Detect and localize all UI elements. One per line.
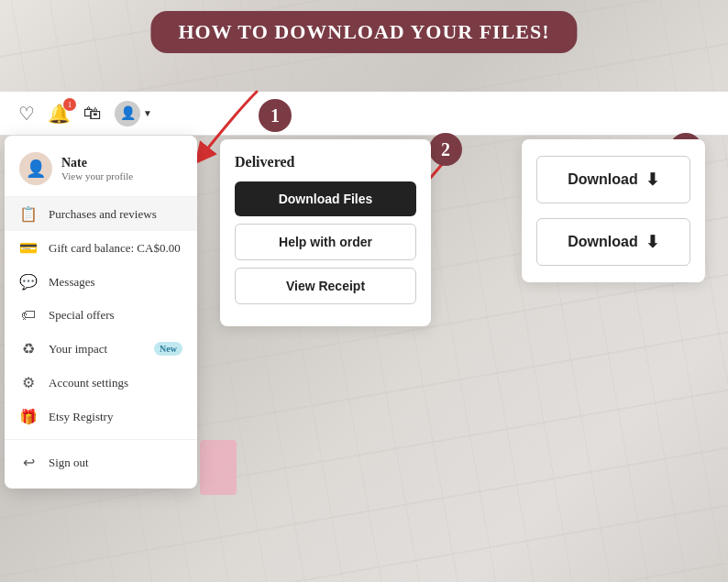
menu-item-settings[interactable]: ⚙ Account settings	[5, 366, 197, 400]
dropdown-chevron: ▼	[143, 108, 152, 118]
purchases-icon: 📋	[19, 205, 38, 223]
offers-icon: 🏷	[19, 307, 38, 324]
title-banner: How to download your files!	[150, 11, 577, 53]
profile-icon[interactable]: 👤 ▼	[115, 101, 152, 126]
download-panel: Download ⬇ Download ⬇	[522, 139, 705, 282]
menu-divider	[5, 439, 197, 440]
new-badge: New	[154, 342, 182, 356]
menu-label-registry: Etsy Registry	[49, 410, 182, 424]
menu-user-section: 👤 Nate View your profile	[5, 145, 197, 197]
bag-icon[interactable]: 🛍	[83, 103, 102, 124]
settings-icon: ⚙	[19, 374, 38, 391]
dropdown-menu: 👤 Nate View your profile 📋 Purchases and…	[5, 136, 197, 489]
menu-item-purchases[interactable]: 📋 Purchases and reviews	[5, 197, 197, 231]
giftcard-icon: 💳	[19, 239, 38, 257]
impact-icon: ♻	[19, 340, 38, 357]
menu-label-messages: Messages	[49, 275, 182, 290]
menu-label-giftcard: Gift card balance: CA$0.00	[49, 241, 182, 256]
pink-decoration	[200, 440, 237, 495]
menu-label-signout: Sign out	[49, 456, 182, 470]
menu-item-messages[interactable]: 💬 Messages	[5, 265, 197, 299]
nav-icons: ♡ 🔔 1 🛍 👤 ▼	[18, 101, 152, 126]
menu-label-impact: Your impact	[49, 342, 143, 357]
menu-subtext: View your profile	[61, 170, 133, 181]
menu-username: Nate	[61, 156, 133, 170]
menu-item-offers[interactable]: 🏷 Special offers	[5, 299, 197, 332]
menu-item-signout[interactable]: ↩ Sign out	[5, 445, 197, 479]
view-receipt-button[interactable]: View Receipt	[235, 268, 416, 304]
step-1-circle: 1	[259, 99, 292, 132]
menu-user-text: Nate View your profile	[61, 156, 133, 181]
order-card: Delivered Download Files Help with order…	[220, 139, 431, 326]
order-status: Delivered	[235, 154, 416, 170]
help-with-order-button[interactable]: Help with order	[235, 224, 416, 260]
avatar: 👤	[115, 101, 140, 126]
nav-bar: ♡ 🔔 1 🛍 👤 ▼	[0, 92, 728, 136]
menu-item-registry[interactable]: 🎁 Etsy Registry	[5, 400, 197, 434]
page-title: How to download your files!	[178, 20, 549, 43]
menu-avatar: 👤	[19, 152, 52, 185]
download-label-2: Download	[568, 234, 637, 250]
notification-badge: 1	[63, 98, 76, 111]
registry-icon: 🎁	[19, 408, 38, 425]
menu-item-impact[interactable]: ♻ Your impact New	[5, 332, 197, 366]
heart-icon[interactable]: ♡	[18, 103, 35, 125]
download-icon-1: ⬇	[645, 170, 659, 190]
signout-icon: ↩	[19, 454, 38, 471]
download-button-2[interactable]: Download ⬇	[536, 218, 690, 266]
menu-item-giftcard[interactable]: 💳 Gift card balance: CA$0.00	[5, 231, 197, 265]
bell-icon[interactable]: 🔔 1	[48, 103, 71, 125]
step-2-circle: 2	[429, 133, 462, 166]
menu-label-settings: Account settings	[49, 376, 182, 390]
menu-label-offers: Special offers	[49, 308, 182, 323]
download-button-1[interactable]: Download ⬇	[536, 156, 690, 203]
menu-label-purchases: Purchases and reviews	[49, 207, 182, 222]
download-label-1: Download	[568, 171, 637, 188]
download-icon-2: ⬇	[645, 232, 659, 252]
download-files-button[interactable]: Download Files	[235, 181, 416, 216]
messages-icon: 💬	[19, 273, 38, 291]
